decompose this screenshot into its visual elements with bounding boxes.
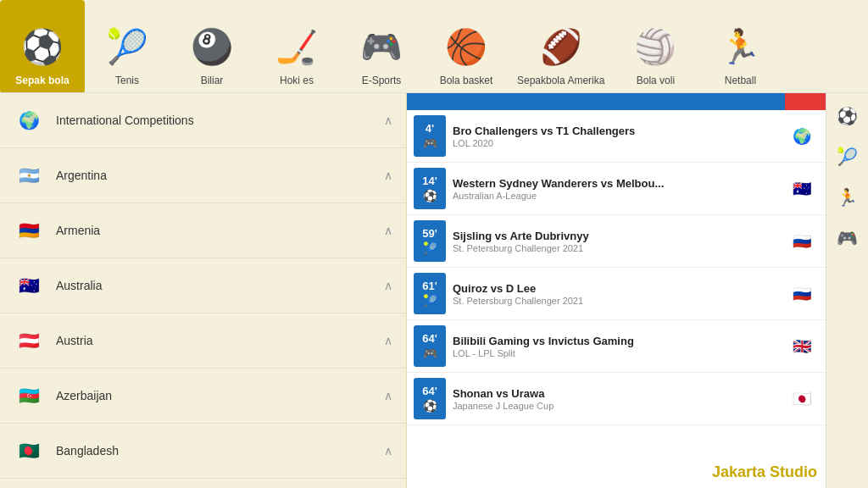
sport-item-bola-voli[interactable]: 🏐Bola voli (613, 0, 698, 93)
event-sport-icon-2: 🎾 (417, 241, 442, 255)
sidebar-item-austria[interactable]: 🇦🇹Austria∧ (0, 313, 406, 369)
sidebar-item-armenia[interactable]: 🇦🇲Armenia∧ (0, 203, 406, 258)
sport-item-sepak-bola[interactable]: ⚽Sepak bola (0, 0, 85, 93)
event-sport-icon-3: 🎾 (417, 294, 442, 308)
event-time-box-4: 64'🎮 (414, 325, 446, 367)
event-row-2[interactable]: 59'🎾Sijsling vs Arte DubrivnyySt. Peters… (407, 215, 826, 268)
sport-label-sepakbola-amerika: Sepakbola Amerika (517, 75, 604, 86)
event-time-3: 61' (417, 280, 442, 292)
event-info-1: Western Sydney Wanderers vs Melbou...Aus… (453, 177, 788, 201)
sport-item-netball[interactable]: 🏃Netball (698, 0, 782, 93)
sport-label-sepak-bola: Sepak bola (15, 75, 69, 86)
sport-label-tenis: Tenis (115, 75, 139, 86)
event-row-3[interactable]: 61'🎾Quiroz vs D LeeSt. Petersburg Challe… (407, 268, 826, 320)
sport-item-tenis[interactable]: 🎾Tenis (85, 0, 170, 93)
sidebar-label-bangladesh: Bangladesh (56, 444, 384, 458)
sport-icon-sepakbola-amerika: 🏈 (537, 24, 585, 71)
event-time-0: 4' (417, 122, 442, 135)
sidebar-label-australia: Australia (56, 279, 384, 292)
sport-icon-hoki-es: 🏒 (273, 24, 320, 71)
event-title-5: Shonan vs Urawa (453, 387, 788, 400)
far-right-panel: ⚽🎾🏃🎮 (826, 93, 868, 488)
sport-label-hoki-es: Hoki es (280, 75, 314, 86)
mini-icon-2[interactable]: 🏃 (833, 183, 862, 212)
sport-item-bola-basket[interactable]: 🏀Bola basket (424, 0, 509, 93)
event-time-box-3: 61'🎾 (414, 273, 446, 314)
sport-icon-sepak-bola: ⚽ (19, 24, 66, 71)
event-flag-1: 🇦🇺 (788, 175, 815, 202)
sport-label-bola-voli: Bola voli (637, 75, 675, 86)
event-info-5: Shonan vs UrawaJapanese J League Cup (453, 387, 788, 411)
sidebar-item-australia[interactable]: 🇦🇺Australia∧ (0, 258, 406, 313)
flag-australia: 🇦🇺 (14, 270, 44, 301)
event-info-0: Bro Challengers vs T1 ChallengersLOL 202… (453, 125, 788, 148)
event-title-4: Bilibili Gaming vs Invictus Gaming (453, 335, 788, 347)
chevron-icon: ∧ (384, 279, 392, 292)
events-header (407, 93, 826, 110)
sport-item-hoki-es[interactable]: 🏒Hoki es (254, 0, 339, 93)
chevron-icon: ∧ (384, 169, 392, 182)
event-sport-icon-1: ⚽ (417, 189, 442, 202)
event-title-1: Western Sydney Wanderers vs Melbou... (453, 177, 788, 190)
event-subtitle-5: Japanese J League Cup (453, 401, 788, 411)
event-flag-3: 🇷🇺 (788, 280, 815, 308)
top-nav: ⚽Sepak bola🎾Tenis🎱Biliar🏒Hoki es🎮E-Sport… (0, 0, 868, 93)
sidebar-label-armenia: Armenia (56, 224, 384, 237)
chevron-icon: ∧ (384, 334, 392, 347)
flag-argentina: 🇦🇷 (14, 160, 44, 191)
event-subtitle-0: LOL 2020 (453, 138, 788, 148)
watermark: Jakarta Studio (712, 463, 817, 481)
sport-item-sepakbola-amerika[interactable]: 🏈Sepakbola Amerika (509, 0, 613, 93)
mini-icon-3[interactable]: 🎮 (833, 224, 862, 252)
event-time-2: 59' (417, 227, 442, 240)
event-time-box-2: 59'🎾 (414, 220, 446, 262)
event-row-5[interactable]: 64'⚽Shonan vs UrawaJapanese J League Cup… (407, 373, 826, 425)
mini-icon-0[interactable]: ⚽ (833, 102, 862, 130)
sidebar-label-international: International Competitions (56, 114, 384, 127)
event-info-3: Quiroz vs D LeeSt. Petersburg Challenger… (453, 282, 788, 306)
event-sport-icon-5: ⚽ (417, 399, 442, 413)
event-time-1: 14' (417, 175, 442, 187)
sport-label-netball: Netball (725, 75, 756, 86)
flag-azerbaijan: 🇦🇿 (14, 380, 44, 411)
sidebar-item-international[interactable]: 🌍International Competitions∧ (0, 93, 406, 148)
main-area: 🌍International Competitions∧🇦🇷Argentina∧… (0, 93, 868, 488)
event-time-box-5: 64'⚽ (414, 378, 446, 419)
chevron-icon: ∧ (384, 114, 392, 127)
event-row-0[interactable]: 4'🎮Bro Challengers vs T1 ChallengersLOL … (407, 110, 826, 163)
event-time-4: 64' (417, 332, 442, 345)
chevron-icon: ∧ (384, 224, 392, 237)
event-time-5: 64' (417, 385, 442, 397)
event-row-1[interactable]: 14'⚽Western Sydney Wanderers vs Melbou..… (407, 163, 826, 215)
mini-icon-1[interactable]: 🎾 (833, 142, 862, 171)
event-flag-0: 🌍 (788, 123, 815, 150)
sport-item-biliar[interactable]: 🎱Biliar (170, 0, 254, 93)
sport-item-e-sports[interactable]: 🎮E-Sports (339, 0, 424, 93)
event-title-2: Sijsling vs Arte Dubrivnyy (453, 230, 788, 242)
event-flag-4: 🇬🇧 (788, 333, 815, 360)
event-info-2: Sijsling vs Arte DubrivnyySt. Petersburg… (453, 230, 788, 253)
flag-austria: 🇦🇹 (14, 325, 44, 356)
event-time-box-1: 14'⚽ (414, 168, 446, 209)
event-flag-5: 🇯🇵 (788, 385, 815, 413)
chevron-icon: ∧ (384, 389, 392, 402)
event-title-3: Quiroz vs D Lee (453, 282, 788, 295)
sport-label-biliar: Biliar (201, 75, 224, 86)
event-title-0: Bro Challengers vs T1 Challengers (453, 125, 788, 137)
event-info-4: Bilibili Gaming vs Invictus GamingLOL - … (453, 335, 788, 358)
event-row-4[interactable]: 64'🎮Bilibili Gaming vs Invictus GamingLO… (407, 320, 826, 373)
sport-icon-netball: 🏃 (716, 24, 764, 71)
sidebar-item-bangladesh[interactable]: 🇧🇩Bangladesh∧ (0, 424, 406, 479)
sidebar-item-argentina[interactable]: 🇦🇷Argentina∧ (0, 148, 406, 203)
sidebar-label-azerbaijan: Azerbaijan (56, 389, 384, 402)
sport-icon-bola-basket: 🏀 (442, 24, 490, 71)
event-time-box-0: 4'🎮 (414, 115, 446, 157)
sidebar-item-azerbaijan[interactable]: 🇦🇿Azerbaijan∧ (0, 369, 406, 424)
sidebar-label-austria: Austria (56, 334, 384, 347)
events-list: 4'🎮Bro Challengers vs T1 ChallengersLOL … (407, 110, 826, 488)
sport-icon-tenis: 🎾 (103, 24, 151, 71)
sport-icon-e-sports: 🎮 (358, 24, 405, 71)
flag-bangladesh: 🇧🇩 (14, 435, 44, 466)
event-sport-icon-0: 🎮 (417, 136, 442, 150)
flag-international: 🌍 (14, 105, 44, 136)
